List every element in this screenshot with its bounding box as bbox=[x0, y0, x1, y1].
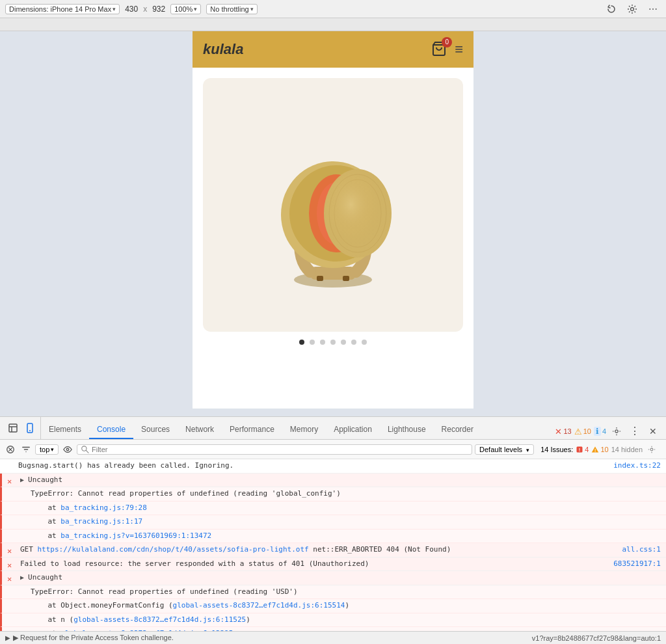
dimensions-label: Dimensions: iPhone 14 Pro Max bbox=[9, 5, 111, 13]
get-url-link[interactable]: https://kulalaland.com/cdn/shop/t/40/ass… bbox=[38, 545, 309, 554]
device-toolbar-icon[interactable] bbox=[22, 420, 38, 436]
tab-elements[interactable]: Elements bbox=[41, 421, 89, 439]
throttling-selector[interactable]: No throttling ▾ bbox=[206, 4, 257, 14]
site-header-icons: 0 ≡ bbox=[431, 41, 463, 59]
devtools-close-icon[interactable]: ✕ bbox=[645, 423, 661, 439]
svg-rect-17 bbox=[27, 423, 33, 433]
more-options-icon[interactable]: ⋯ bbox=[645, 1, 661, 17]
collapse-arrow-1[interactable]: ▶ bbox=[20, 475, 24, 485]
svg-point-0 bbox=[631, 7, 634, 10]
bottom-collapse-arrow[interactable]: ▶ bbox=[5, 634, 10, 641]
warn-issues-icon: ! bbox=[591, 446, 599, 453]
browser-viewport: kulala 0 ≡ bbox=[0, 31, 666, 409]
site-logo[interactable]: kulala bbox=[203, 41, 243, 58]
issues-error-count: 4 bbox=[585, 446, 589, 453]
collapse-arrow-2[interactable]: ▶ bbox=[20, 572, 24, 582]
tab-sources[interactable]: Sources bbox=[133, 421, 178, 439]
error-icon-2: ✕ bbox=[7, 545, 12, 557]
console-text-bugsnag: Bugsnag.start() has already been called.… bbox=[18, 461, 233, 470]
console-line-401: ✕ Failed to load resource: the server re… bbox=[0, 557, 666, 572]
at-link-global3[interactable]: global-assets-8c8372…ef7c1d4d.js:6:13295 bbox=[60, 629, 233, 631]
zoom-selector[interactable]: 100% ▾ bbox=[170, 4, 201, 14]
settings-icon[interactable] bbox=[624, 1, 640, 17]
context-label: top bbox=[40, 446, 49, 453]
dot-2[interactable] bbox=[310, 340, 315, 345]
levels-selector[interactable]: Default levels ▾ bbox=[475, 444, 534, 455]
console-toolbar: top ▾ Default levels ▾ 14 Issues: bbox=[0, 440, 666, 459]
source-link-index[interactable]: index.ts:22 bbox=[613, 461, 661, 472]
svg-line-25 bbox=[87, 450, 89, 453]
filter-input-wrap bbox=[77, 444, 472, 455]
svg-point-30 bbox=[650, 448, 653, 451]
dot-1[interactable] bbox=[299, 340, 304, 345]
at-link-ba1[interactable]: ba_tracking.js:79:28 bbox=[60, 503, 146, 512]
source-link-allcss[interactable]: all.css:1 bbox=[622, 544, 661, 556]
svg-rect-14 bbox=[9, 424, 17, 432]
mobile-frame: kulala 0 ≡ bbox=[193, 31, 473, 409]
at-link-ba3[interactable]: ba_tracking.js?v=1637601969:1:13472 bbox=[60, 531, 211, 540]
svg-point-11 bbox=[324, 169, 392, 258]
filter-icon bbox=[81, 446, 89, 453]
status-bar-text: ▶ Request for the Private Access Token c… bbox=[13, 634, 174, 642]
tab-memory[interactable]: Memory bbox=[282, 421, 326, 439]
tab-performance[interactable]: Performance bbox=[222, 421, 282, 439]
console-output: Bugsnag.start() has already been called.… bbox=[0, 459, 666, 631]
console-line-at-money: at Object.moneyFormatConfig (global-asse… bbox=[0, 599, 666, 613]
clear-console-button[interactable] bbox=[4, 443, 17, 456]
devtools-more-icon[interactable]: ⋮ bbox=[627, 423, 643, 439]
error-icon-4: ✕ bbox=[7, 573, 12, 585]
at-link-global2[interactable]: global-assets-8c8372…ef7c1d4d.js:6:11525 bbox=[73, 615, 246, 624]
dimensions-selector[interactable]: Dimensions: iPhone 14 Pro Max ▾ bbox=[5, 4, 120, 14]
console-line-at-global3: at global-assets-8c8372…ef7c1d4d.js:6:13… bbox=[0, 627, 666, 631]
dot-6[interactable] bbox=[351, 340, 356, 345]
dot-3[interactable] bbox=[320, 340, 325, 345]
console-line-at3: at ba_tracking.js?v=1637601969:1:13472 bbox=[0, 530, 666, 544]
eye-icon[interactable] bbox=[61, 443, 74, 456]
hamburger-icon[interactable]: ≡ bbox=[455, 41, 463, 58]
error-badge: ✕ 13 bbox=[555, 427, 571, 436]
top-toolbar: Dimensions: iPhone 14 Pro Max ▾ 430 x 93… bbox=[0, 0, 666, 18]
at-link-global1[interactable]: global-assets-8c8372…ef7c1d4d.js:6:15514 bbox=[173, 601, 345, 610]
tab-network[interactable]: Network bbox=[178, 421, 222, 439]
svg-text:!: ! bbox=[594, 448, 596, 452]
tab-recorder[interactable]: Recorder bbox=[434, 421, 481, 439]
width-value: 430 bbox=[125, 5, 138, 14]
height-value: 932 bbox=[152, 5, 165, 14]
console-line-get: ✕ GET https://kulalaland.com/cdn/shop/t/… bbox=[0, 543, 666, 557]
error-icon-1: ✕ bbox=[7, 476, 12, 487]
error-count: 13 bbox=[563, 427, 571, 435]
tab-console[interactable]: Console bbox=[89, 421, 133, 439]
tab-lighthouse[interactable]: Lighthouse bbox=[380, 421, 434, 439]
filter-input[interactable] bbox=[92, 446, 468, 453]
dot-4[interactable] bbox=[330, 340, 336, 345]
inspect-element-icon[interactable] bbox=[5, 420, 21, 436]
cross-separator: x bbox=[143, 5, 147, 14]
devtools-settings-icon[interactable] bbox=[609, 423, 624, 439]
dot-7[interactable] bbox=[362, 340, 367, 345]
dot-5[interactable] bbox=[341, 340, 346, 345]
console-line-typeerror2: TypeError: Cannot read properties of und… bbox=[0, 585, 666, 600]
product-image bbox=[261, 117, 405, 293]
console-line-bugsnag: Bugsnag.start() has already been called.… bbox=[0, 459, 666, 474]
product-area bbox=[193, 68, 473, 355]
devtools-tabs: Elements Console Sources Network Perform… bbox=[0, 417, 666, 440]
throttling-arrow: ▾ bbox=[250, 6, 254, 12]
filter-toggle-button[interactable] bbox=[20, 443, 33, 456]
devtools-tab-icons bbox=[3, 416, 41, 439]
dimensions-arrow: ▾ bbox=[113, 6, 116, 12]
source-link-683[interactable]: 683521917:1 bbox=[613, 559, 661, 570]
console-line-at1: at ba_tracking.js:79:28 bbox=[0, 502, 666, 516]
svg-text:!: ! bbox=[579, 447, 581, 453]
device-ruler bbox=[0, 18, 666, 31]
context-selector[interactable]: top ▾ bbox=[35, 444, 59, 455]
svg-point-19 bbox=[615, 430, 618, 433]
tab-application[interactable]: Application bbox=[326, 421, 380, 439]
status-bar: ▶ ▶ Request for the Private Access Token… bbox=[0, 631, 666, 644]
zoom-label: 100% bbox=[174, 5, 193, 13]
issues-settings-icon[interactable] bbox=[645, 443, 658, 456]
rotate-icon[interactable] bbox=[604, 1, 619, 17]
svg-rect-13 bbox=[343, 276, 349, 281]
cart-icon-wrap[interactable]: 0 bbox=[431, 41, 447, 59]
at-link-ba2[interactable]: ba_tracking.js:1:17 bbox=[60, 517, 142, 526]
svg-rect-12 bbox=[317, 276, 323, 281]
